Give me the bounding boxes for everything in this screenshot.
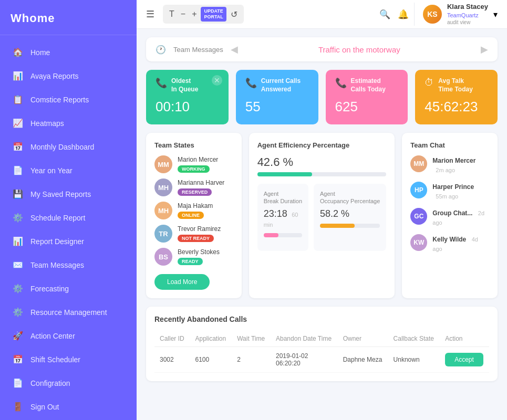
nav-label-comstice-reports: Comstice Reports	[30, 96, 89, 104]
chat-avatar: HP	[410, 182, 427, 198]
sub-metric-progress-bar	[264, 233, 302, 237]
sidebar-item-configuration[interactable]: 📄Configration	[0, 371, 137, 395]
accept-button[interactable]: Accept	[445, 353, 483, 366]
efficiency-value: 42.6 %	[257, 155, 387, 169]
app-logo: Whome	[0, 0, 137, 35]
nav-icon-heatmaps: 📈	[13, 118, 23, 128]
minus-icon[interactable]: −	[179, 8, 188, 20]
sidebar-item-monthly-dashboard[interactable]: 📅Monthly Dashboard	[0, 135, 137, 159]
agent-status-badge: NOT READY	[178, 235, 214, 242]
prev-message-button[interactable]: ◀	[231, 44, 238, 55]
stat-value-oldest-in-queue: 00:10	[156, 99, 219, 115]
topbar-icons: 🔍 🔔	[379, 9, 409, 20]
sub-metric-bar-fill	[264, 233, 278, 237]
agent-name: Trevor Ramirez	[178, 225, 221, 233]
plus-icon[interactable]: +	[190, 8, 199, 20]
next-message-button[interactable]: ▶	[481, 44, 488, 55]
sidebar-item-sign-out[interactable]: 🚪Sign Out	[0, 395, 137, 418]
chat-item[interactable]: KW Kelly Wilde 4d ago	[410, 234, 489, 253]
sidebar-item-action-center[interactable]: 🚀Action Center	[0, 324, 137, 348]
close-button-oldest-in-queue[interactable]: ✕	[212, 75, 222, 86]
table-header-cell: Wait Time	[232, 331, 271, 347]
bell-icon[interactable]: 🔔	[398, 9, 409, 20]
clock-icon: 🕐	[156, 45, 166, 55]
agent-status-badge: RESERVED	[178, 188, 212, 196]
sub-metric-bar-fill	[320, 224, 355, 228]
sidebar-item-avaya-reports[interactable]: 📊Avaya Reports	[0, 64, 137, 88]
abandoned-calls-table: Caller IDApplicationWait TimeAbandon Dat…	[154, 331, 489, 373]
middle-row: Team States MM Marion Mercer WORKING MH …	[146, 133, 498, 298]
abandoned-calls-title: Recently Abandoned Calls	[154, 315, 489, 323]
team-state-item: MM Marion Mercer WORKING	[154, 155, 233, 173]
nav-label-shift-scheduler: Shift Scheduler	[30, 355, 80, 364]
chat-time: 55m ago	[436, 193, 458, 200]
sidebar-item-year-on-year[interactable]: 📄Year on Year	[0, 159, 137, 182]
stat-title-avg-talk-time: Avg Talk Time Today	[438, 77, 473, 93]
table-cell: 6100	[190, 347, 232, 373]
sub-metric-progress-bar	[320, 224, 380, 228]
refresh-icon[interactable]: ↺	[229, 8, 240, 20]
stat-card-avg-talk-time: ⏱ Avg Talk Time Today 45:62:23	[415, 70, 498, 124]
sub-metric-value: 23:18	[264, 208, 287, 219]
team-states-panel: Team States MM Marion Mercer WORKING MH …	[146, 133, 242, 298]
chat-name: Harper Prince	[432, 183, 474, 191]
agent-avatar: MH	[154, 178, 172, 196]
sub-metric-title: Agent Break Duration	[264, 190, 302, 205]
nav-icon-sign-out: 🚪	[13, 402, 23, 412]
nav-icon-my-saved-reports: 💾	[13, 189, 23, 199]
sidebar-item-team-messages[interactable]: ✉️Team Messages	[0, 253, 137, 277]
sidebar-item-resource-management[interactable]: ⚙️Resource Management	[0, 300, 137, 324]
sidebar-item-shift-scheduler[interactable]: 📅Shift Scheduler	[0, 348, 137, 371]
search-icon[interactable]: 🔍	[379, 9, 390, 20]
nav-label-avaya-reports: Avaya Reports	[30, 72, 79, 80]
nav-label-monthly-dashboard: Monthly Dashboard	[30, 143, 94, 151]
user-company: TeamQuartz	[447, 12, 488, 19]
load-more-button[interactable]: Load More	[154, 274, 210, 290]
sidebar-item-my-saved-reports[interactable]: 💾My Saved Reports	[0, 182, 137, 206]
sidebar-item-home[interactable]: 🏠Home	[0, 40, 137, 64]
stat-icon-current-calls-answered: 📞	[245, 77, 257, 89]
sub-metrics: Agent Break Duration 23:18 60 min Agent …	[257, 184, 387, 251]
agent-name: Marianna Harver	[178, 179, 224, 186]
agent-status-badge: WORKING	[178, 165, 210, 173]
main-content: ☰ T − + UPDATE PORTAL ↺ 🔍 🔔 KS Klara Sta…	[137, 0, 507, 420]
sidebar-item-heatmaps[interactable]: 📈Heatmaps	[0, 111, 137, 135]
nav-label-year-on-year: Year on Year	[30, 166, 73, 175]
agent-efficiency-panel: Agent Efficiency Percentage 42.6 % Agent…	[249, 133, 395, 298]
nav-icon-schedule-report: ⚙️	[13, 213, 23, 223]
nav-label-heatmaps: Heatmaps	[30, 119, 64, 128]
traffic-message: Traffic on the motorway	[245, 45, 473, 54]
table-header-cell: Callback State	[388, 331, 440, 347]
agent-avatar: BS	[154, 248, 172, 266]
agent-avatar: MH	[154, 202, 172, 219]
stat-title-oldest-in-queue: Oldest In Queue	[171, 77, 198, 93]
sidebar-item-report-designer[interactable]: 📊Report Designer	[0, 229, 137, 253]
text-format-icon[interactable]: T	[167, 8, 177, 20]
table-action-cell: Accept	[440, 347, 489, 373]
sidebar-item-forecasting[interactable]: ⚙️Forecasting	[0, 277, 137, 300]
table-cell: 2019-01-02 06:20:20	[271, 347, 338, 373]
nav-label-configuration: Configration	[30, 379, 70, 387]
table-header-cell: Action	[440, 331, 489, 347]
chat-item[interactable]: HP Harper Prince 55m ago	[410, 182, 489, 201]
team-messages-bar: 🕐 Team Messages ◀ Traffic on the motorwa…	[146, 37, 498, 61]
menu-icon[interactable]: ☰	[146, 8, 154, 20]
sidebar-item-schedule-report[interactable]: ⚙️Schedule Report	[0, 206, 137, 229]
nav-icon-action-center: 🚀	[13, 331, 23, 341]
nav-label-report-designer: Report Designer	[30, 237, 84, 246]
table-header-cell: Caller ID	[154, 331, 190, 347]
sub-metric-value: 58.2 %	[320, 208, 349, 219]
update-portal-button[interactable]: UPDATE PORTAL	[201, 7, 226, 22]
chevron-down-icon: ▾	[493, 9, 498, 19]
table-body: 3002610022019-01-02 06:20:20Daphne MezaU…	[154, 347, 489, 373]
sidebar-item-comstice-reports[interactable]: 📋Comstice Reports	[0, 88, 137, 111]
agent-name: Maja Hakam	[178, 202, 213, 209]
chat-item[interactable]: MM Marion Mercer 2m ago	[410, 155, 489, 174]
stat-card-oldest-in-queue: ✕ 📞 Oldest In Queue 00:10	[146, 70, 229, 124]
stat-title-estimated-calls-today: Estimated Calls Today	[351, 77, 386, 93]
user-menu[interactable]: KS Klara Stacey TeamQuartz audit view ▾	[414, 3, 498, 26]
nav-icon-home: 🏠	[13, 47, 23, 57]
chat-item[interactable]: GC Group Chat... 2d ago	[410, 208, 489, 227]
table-cell: Daphne Meza	[338, 347, 388, 373]
table-cell: 3002	[154, 347, 190, 373]
